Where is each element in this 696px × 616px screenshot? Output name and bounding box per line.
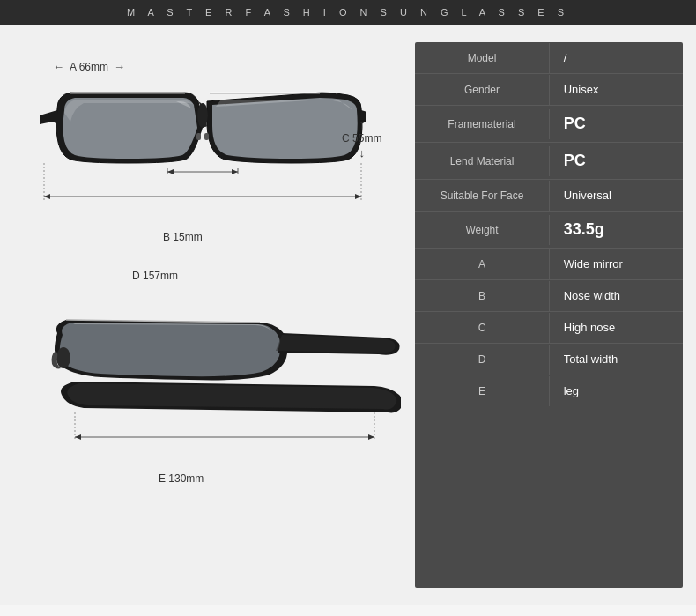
spec-value: Unisex	[550, 74, 683, 105]
specs-table: Model/GenderUnisexFramematerialPCLend Ma…	[415, 42, 683, 588]
spec-label: D	[415, 345, 549, 375]
side-view-section: E 130mm	[26, 307, 389, 492]
main-content: ← A 66mm →	[0, 25, 696, 605]
header-bar: M A S T E R F A S H I O N S U N G L A S …	[0, 0, 696, 25]
svg-point-13	[56, 347, 70, 368]
front-view-section: ← A 66mm →	[26, 42, 389, 298]
brand-title: M A S T E R F A S H I O N S U N G L A S …	[127, 7, 569, 18]
spec-row: Lend MaterialPC	[415, 143, 683, 180]
spec-value: Wide mirror	[550, 249, 683, 279]
spec-row: FramematerialPC	[415, 106, 683, 143]
svg-marker-15	[75, 434, 81, 440]
spec-row: DTotal width	[415, 344, 683, 375]
spec-row: GenderUnisex	[415, 74, 683, 106]
spec-value: 33.5g	[550, 212, 683, 248]
spec-label: A	[415, 249, 549, 279]
spec-row: BNose width	[415, 280, 683, 312]
svg-marker-10	[355, 194, 361, 199]
spec-value: PC	[550, 143, 683, 179]
front-glasses-svg	[40, 82, 366, 245]
left-panel: ← A 66mm →	[0, 25, 415, 605]
spec-value: High nose	[550, 312, 683, 343]
spec-label: Gender	[415, 75, 549, 105]
dim-c-label: C 55mm	[342, 132, 381, 145]
dim-a-label: A 66mm	[70, 61, 108, 73]
dim-c-container: ↑ C 55mm ↓	[342, 117, 381, 160]
spec-value: Universal	[550, 180, 683, 211]
spec-label: C	[415, 313, 549, 343]
svg-point-0	[197, 103, 208, 128]
side-glasses-svg	[31, 307, 401, 452]
svg-marker-6	[167, 169, 174, 174]
spec-label: B	[415, 281, 549, 311]
spec-label: Framematerial	[415, 109, 549, 139]
spec-value: PC	[550, 106, 683, 142]
spec-label: E	[415, 376, 549, 406]
svg-marker-9	[44, 194, 50, 199]
spec-value: /	[550, 42, 683, 73]
spec-row: Model/	[415, 42, 683, 74]
dim-b-label: B 15mm	[163, 231, 203, 243]
spec-row: AWide mirror	[415, 249, 683, 280]
spec-value: Nose width	[550, 280, 683, 311]
spec-label: Model	[415, 43, 549, 73]
spec-row: Eleg	[415, 375, 683, 406]
svg-rect-2	[204, 133, 209, 140]
spec-row: Weight33.5g	[415, 212, 683, 249]
spec-value: Total width	[550, 344, 683, 375]
dim-d-label: D 157mm	[132, 270, 178, 282]
svg-marker-16	[368, 434, 374, 440]
spec-label: Lend Material	[415, 146, 549, 176]
svg-marker-7	[232, 169, 238, 174]
dim-e-label: E 130mm	[159, 472, 204, 485]
spec-row: Suitable For FaceUniversal	[415, 180, 683, 212]
spec-value: leg	[550, 375, 683, 406]
spec-row: CHigh nose	[415, 312, 683, 344]
dim-a-container: ← A 66mm →	[53, 60, 125, 73]
spec-label: Suitable For Face	[415, 181, 549, 211]
svg-rect-1	[196, 133, 201, 140]
spec-label: Weight	[415, 215, 549, 245]
